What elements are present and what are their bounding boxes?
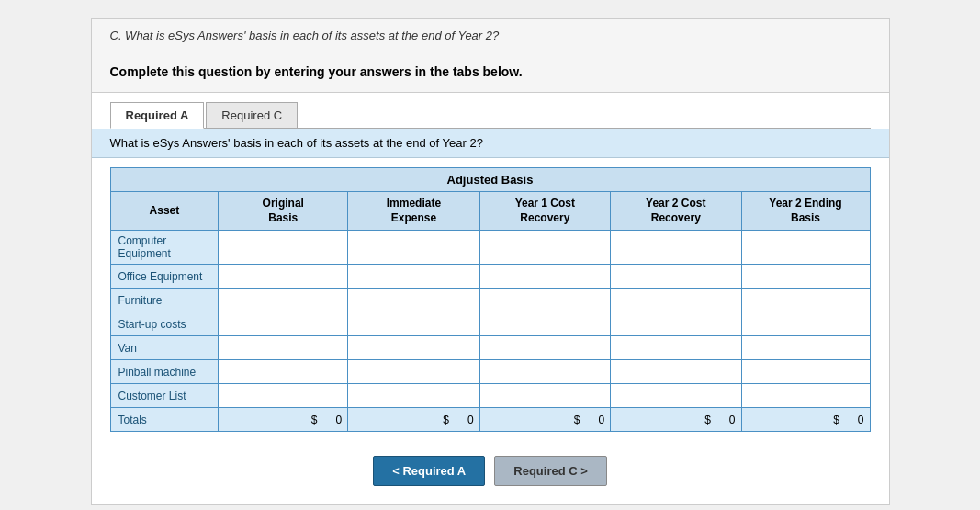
- col-original-basis: OriginalBasis: [219, 192, 348, 231]
- top-question: C. What is eSys Answers' basis in each o…: [92, 19, 889, 51]
- totals-label: Totals: [110, 408, 219, 432]
- input-cell-5-3[interactable]: [611, 360, 741, 384]
- input-cell-2-3[interactable]: [611, 289, 741, 312]
- input-0-2[interactable]: [480, 231, 610, 264]
- input-1-4[interactable]: [742, 265, 870, 288]
- asset-name-cell: Pinball machine: [110, 360, 219, 384]
- input-cell-0-4[interactable]: [741, 231, 870, 265]
- input-cell-3-0[interactable]: [219, 312, 348, 336]
- input-0-4[interactable]: [742, 231, 870, 264]
- section-header: Adjusted Basis: [110, 168, 870, 192]
- input-2-3[interactable]: [611, 289, 740, 312]
- input-cell-5-4[interactable]: [741, 360, 870, 384]
- input-cell-6-4[interactable]: [741, 384, 870, 408]
- input-cell-0-3[interactable]: [611, 231, 741, 265]
- input-3-2[interactable]: [480, 312, 610, 335]
- page-wrapper: C. What is eSys Answers' basis in each o…: [91, 18, 890, 505]
- input-cell-2-2[interactable]: [479, 289, 610, 312]
- tabs-area: Required A Required C: [92, 93, 889, 129]
- table-row: Pinball machine: [110, 360, 870, 384]
- instruction-header: Complete this question by entering your …: [92, 51, 889, 93]
- input-5-4[interactable]: [742, 360, 870, 383]
- input-cell-3-4[interactable]: [741, 312, 870, 336]
- input-cell-4-2[interactable]: [479, 336, 610, 360]
- input-cell-5-0[interactable]: [219, 360, 348, 384]
- input-cell-4-0[interactable]: [219, 336, 348, 360]
- input-5-1[interactable]: [348, 360, 479, 383]
- input-3-3[interactable]: [611, 312, 740, 335]
- input-cell-5-2[interactable]: [479, 360, 610, 384]
- input-6-0[interactable]: [219, 384, 347, 407]
- input-2-4[interactable]: [742, 289, 870, 312]
- input-cell-6-3[interactable]: [611, 384, 741, 408]
- input-0-1[interactable]: [348, 231, 479, 264]
- input-5-2[interactable]: [480, 360, 610, 383]
- input-cell-3-3[interactable]: [611, 312, 741, 336]
- input-3-1[interactable]: [348, 312, 479, 335]
- input-cell-6-0[interactable]: [219, 384, 348, 408]
- input-cell-4-3[interactable]: [611, 336, 741, 360]
- input-6-4[interactable]: [742, 384, 870, 407]
- input-4-3[interactable]: [611, 336, 740, 359]
- input-4-4[interactable]: [742, 336, 870, 359]
- total-cell-4: $ 0: [741, 408, 870, 432]
- input-2-1[interactable]: [348, 289, 479, 312]
- table-container: Adjusted Basis Asset OriginalBasis Immed…: [92, 158, 889, 447]
- input-3-4[interactable]: [742, 312, 870, 335]
- tab-required-c[interactable]: Required C: [206, 102, 298, 128]
- question-text: What is eSys Answers' basis in each of i…: [92, 129, 889, 158]
- table-row: Furniture: [110, 289, 870, 312]
- asset-name-cell: Customer List: [110, 384, 219, 408]
- input-5-0[interactable]: [219, 360, 347, 383]
- input-cell-1-4[interactable]: [741, 265, 870, 289]
- input-cell-0-0[interactable]: [219, 231, 348, 265]
- asset-name-cell: Start-up costs: [110, 312, 219, 336]
- col-immediate-expense: ImmediateExpense: [348, 192, 479, 231]
- input-2-0[interactable]: [219, 289, 347, 312]
- input-1-2[interactable]: [480, 265, 610, 288]
- table-row: Computer Equipment: [110, 231, 870, 265]
- next-button[interactable]: Required C >: [494, 456, 607, 486]
- total-cell-1: $ 0: [348, 408, 479, 432]
- asset-name-cell: Furniture: [110, 289, 219, 312]
- input-cell-0-2[interactable]: [479, 231, 610, 265]
- tab-required-a[interactable]: Required A: [110, 102, 205, 129]
- totals-row: Totals$ 0$ 0$ 0$ 0$ 0: [110, 408, 870, 432]
- input-cell-1-1[interactable]: [348, 265, 479, 289]
- input-cell-4-4[interactable]: [741, 336, 870, 360]
- col-year2-ending: Year 2 EndingBasis: [741, 192, 870, 231]
- input-4-0[interactable]: [219, 336, 347, 359]
- input-0-0[interactable]: [219, 231, 347, 264]
- input-cell-5-1[interactable]: [348, 360, 479, 384]
- input-3-0[interactable]: [219, 312, 347, 335]
- input-cell-0-1[interactable]: [348, 231, 479, 265]
- input-6-1[interactable]: [348, 384, 479, 407]
- input-cell-1-2[interactable]: [479, 265, 610, 289]
- col-year1-cost: Year 1 CostRecovery: [479, 192, 610, 231]
- input-cell-3-2[interactable]: [479, 312, 610, 336]
- input-2-2[interactable]: [480, 289, 610, 312]
- table-row: Customer List: [110, 384, 870, 408]
- input-cell-1-3[interactable]: [611, 265, 741, 289]
- input-cell-2-4[interactable]: [741, 289, 870, 312]
- asset-name-cell: Office Equipment: [110, 265, 219, 289]
- input-0-3[interactable]: [611, 231, 740, 264]
- tabs-row: Required A Required C: [110, 102, 871, 129]
- input-cell-4-1[interactable]: [348, 336, 479, 360]
- input-cell-1-0[interactable]: [219, 265, 348, 289]
- input-4-1[interactable]: [348, 336, 479, 359]
- input-cell-6-2[interactable]: [479, 384, 610, 408]
- input-cell-6-1[interactable]: [348, 384, 479, 408]
- input-1-0[interactable]: [219, 265, 347, 288]
- input-4-2[interactable]: [480, 336, 610, 359]
- input-1-3[interactable]: [611, 265, 740, 288]
- input-5-3[interactable]: [611, 360, 740, 383]
- input-cell-2-1[interactable]: [348, 289, 479, 312]
- prev-button[interactable]: < Required A: [373, 456, 485, 486]
- input-cell-2-0[interactable]: [219, 289, 348, 312]
- input-6-3[interactable]: [611, 384, 740, 407]
- input-1-1[interactable]: [348, 265, 479, 288]
- input-cell-3-1[interactable]: [348, 312, 479, 336]
- input-6-2[interactable]: [480, 384, 610, 407]
- table-row: Office Equipment: [110, 265, 870, 289]
